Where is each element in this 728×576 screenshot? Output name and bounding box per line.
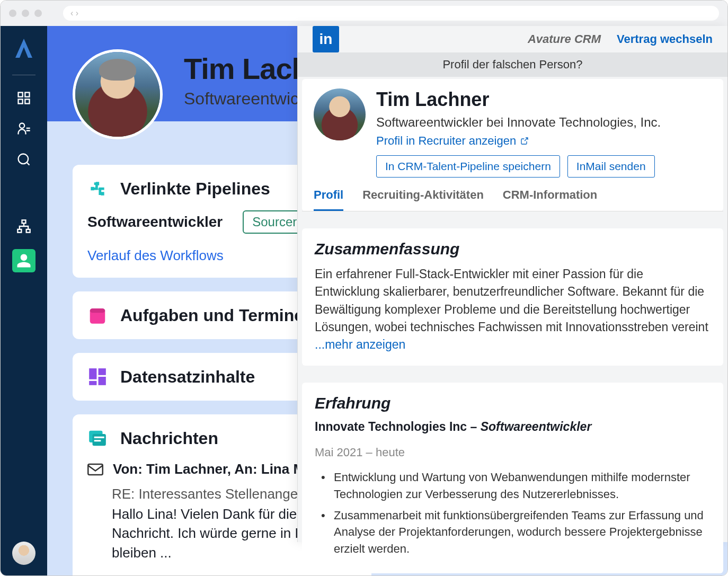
summary-text: Ein erfahrener Full-Stack-Entwickler mit… [315,265,711,354]
workflow-history-link[interactable]: Verlauf des Workflows [87,247,224,264]
panel-profile-title: Softwareentwickler bei Innovate Technolo… [376,115,712,130]
linkedin-panel: in Avature CRM Vertrag wechseln Profil d… [297,26,727,542]
svg-rect-3 [25,99,29,103]
search-icon[interactable] [16,152,32,167]
panel-tabs: Profil Recruiting-Aktivitäten CRM-Inform… [302,178,723,211]
profile-icon[interactable] [12,249,35,272]
pipelines-title: Verlinkte Pipelines [120,179,270,199]
svg-rect-15 [99,368,106,375]
sidebar [1,26,47,575]
messages-icon [87,428,108,448]
pipeline-role: Softwareentwickler [87,214,223,231]
records-title: Datensatzinhalte [120,367,255,387]
show-more-link[interactable]: ...mehr anzeigen [315,338,405,351]
window-control-zoom[interactable] [34,10,42,17]
window-control-minimize[interactable] [22,10,29,17]
experience-section: Erfahrung Innovate Technologies Inc – So… [302,383,723,573]
panel-avatar [314,88,366,140]
people-icon[interactable] [16,121,32,137]
summary-title: Zusammenfassung [315,240,711,258]
profile-avatar [73,49,163,139]
svg-rect-10 [17,229,21,233]
experience-bullet: Zusammenarbeit mit funktionsübergreifend… [321,507,711,558]
summary-section: Zusammenfassung Ein erfahrener Full-Stac… [302,228,723,366]
panel-profile-name: Tim Lachner [376,88,712,111]
external-link-icon [520,137,529,145]
svg-rect-19 [93,434,106,446]
tab-profile[interactable]: Profil [314,188,343,211]
switch-contract-link[interactable]: Vertrag wechseln [617,32,713,46]
records-icon [87,367,108,387]
tab-crm[interactable]: CRM-Information [503,188,597,211]
nav-arrows: ‹ › [70,8,78,18]
avature-logo-icon [12,37,35,60]
svg-line-8 [26,162,29,165]
experience-bullets: Entwicklung und Wartung von Webanwendung… [315,469,711,557]
dashboard-icon[interactable] [16,90,32,106]
experience-title: Erfahrung [315,394,711,412]
svg-rect-16 [99,377,106,385]
org-chart-icon[interactable] [16,218,32,234]
svg-rect-0 [19,93,23,97]
svg-rect-17 [89,381,96,385]
panel-header: in Avature CRM Vertrag wechseln [298,26,727,52]
tasks-title: Aufgaben und Termine [120,306,304,325]
linkedin-logo-icon: in [313,26,339,52]
experience-role: Softwareentwickler [481,420,592,433]
svg-point-7 [19,154,29,164]
svg-point-4 [20,123,24,128]
experience-company: Innovate Technologies Inc – Softwareentw… [315,420,711,434]
messages-title: Nachrichten [120,429,218,448]
svg-rect-13 [90,308,105,313]
link-icon [87,179,108,199]
save-pipeline-button[interactable]: In CRM-Talent-Pipeline speichern [376,155,560,178]
window-control-close[interactable] [9,10,16,17]
titlebar: ‹ › [1,1,727,26]
url-bar[interactable]: ‹ › [63,6,719,21]
crm-label: Avature CRM [528,32,601,46]
svg-rect-1 [25,93,29,97]
calendar-icon [87,305,108,325]
svg-rect-11 [26,229,30,233]
wrong-profile-bar[interactable]: Profil der falschen Person? [298,52,727,77]
app-window: ‹ › Tim Lachner Softwareentwickler [0,0,728,576]
sidebar-divider [12,75,35,75]
svg-rect-20 [88,464,103,475]
panel-profile-section: Tim Lachner Softwareentwickler bei Innov… [302,79,723,211]
svg-rect-9 [22,220,26,223]
svg-rect-2 [19,99,23,103]
experience-bullet: Entwicklung und Wartung von Webanwendung… [321,469,711,503]
tab-recruiting[interactable]: Recruiting-Aktivitäten [362,188,484,211]
send-inmail-button[interactable]: InMail senden [567,155,655,178]
experience-date: Mai 2021 – heute [315,446,711,459]
envelope-icon [87,463,103,476]
user-avatar[interactable] [12,542,35,565]
svg-rect-14 [89,368,96,379]
recruiter-link[interactable]: Profil in Recruiter anzeigen [376,134,529,148]
